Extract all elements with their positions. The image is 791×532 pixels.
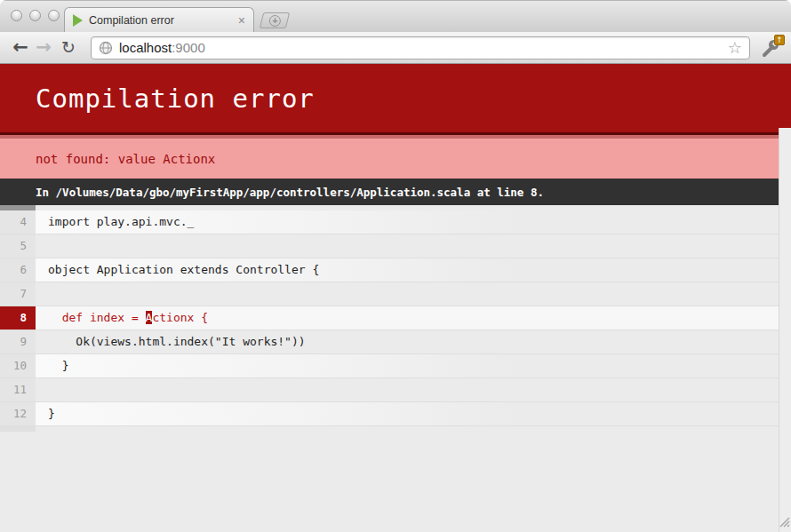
line-number: 8 — [0, 306, 36, 330]
line-number: 10 — [0, 354, 36, 377]
line-number: 9 — [0, 330, 36, 353]
line-code: object Application extends Controller { — [36, 258, 791, 282]
plus-icon: + — [269, 15, 281, 27]
error-message: not found: value Actionx — [0, 152, 215, 166]
code-line-12: 12} — [0, 402, 791, 426]
line-code — [36, 378, 791, 401]
new-tab-button[interactable]: + — [260, 12, 290, 28]
url-port: :9000 — [172, 40, 205, 55]
scrollbar-track[interactable] — [779, 128, 791, 532]
resize-grip-icon[interactable] — [779, 514, 790, 531]
line-code: } — [36, 354, 791, 377]
error-location-bar: In /Volumes/Data/gbo/myFirstApp/app/cont… — [0, 179, 791, 205]
line-number: 11 — [0, 378, 36, 401]
code-listing: 4import play.api.mvc._56object Applicati… — [0, 205, 791, 432]
line-number: 6 — [0, 258, 36, 282]
line-code: Ok(views.html.index("It works!")) — [36, 330, 791, 353]
globe-icon — [99, 41, 113, 55]
play-framework-icon — [73, 14, 83, 27]
close-window-button[interactable] — [11, 10, 22, 21]
tab-close-icon[interactable]: × — [233, 14, 245, 27]
address-bar[interactable]: localhost:9000 ☆ — [91, 36, 750, 60]
tab-title: Compilation error — [89, 14, 233, 27]
line-number: 5 — [0, 234, 36, 258]
error-banner: not found: value Actionx — [0, 135, 791, 179]
line-code: def index = Actionx { — [36, 306, 791, 330]
code-line-5: 5 — [0, 234, 791, 258]
line-number: 4 — [0, 210, 36, 234]
line-code — [36, 282, 791, 306]
error-location: In /Volumes/Data/gbo/myFirstApp/app/cont… — [0, 186, 544, 199]
line-code: import play.api.mvc._ — [36, 210, 791, 234]
error-marker: A — [146, 311, 153, 324]
bookmark-star-icon[interactable]: ☆ — [728, 40, 742, 56]
update-badge: ↑ — [774, 35, 785, 45]
back-button[interactable]: ← — [9, 38, 32, 57]
reload-button[interactable]: ↻ — [57, 38, 80, 57]
tab-strip: Compilation error × + — [0, 0, 791, 32]
line-code — [36, 234, 791, 258]
browser-window: Compilation error × + ← → ↻ localhost:90… — [0, 0, 791, 532]
forward-button[interactable]: → — [32, 38, 55, 57]
code-line-4: 4import play.api.mvc._ — [0, 210, 791, 234]
zoom-window-button[interactable] — [48, 10, 60, 21]
page-title-header: Compilation error — [0, 64, 791, 135]
url-text[interactable]: localhost:9000 — [119, 40, 728, 55]
error-page: Compilation error not found: value Actio… — [0, 64, 791, 532]
minimize-window-button[interactable] — [29, 10, 41, 21]
code-line-9: 9 Ok(views.html.index("It works!")) — [0, 330, 791, 354]
page-title: Compilation error — [0, 83, 315, 114]
line-code: } — [36, 402, 791, 425]
tab-compilation-error[interactable]: Compilation error × — [64, 7, 254, 33]
code-line-10: 10 } — [0, 354, 791, 378]
browser-toolbar: ← → ↻ localhost:9000 ☆ ↑ — [0, 32, 791, 64]
window-controls — [11, 10, 60, 21]
url-host: localhost — [119, 40, 172, 55]
code-rows: 4import play.api.mvc._56object Applicati… — [0, 210, 791, 426]
code-line-11: 11 — [0, 378, 791, 402]
line-number: 7 — [0, 282, 36, 306]
gutter-stub-bottom — [0, 426, 36, 432]
line-number: 12 — [0, 402, 36, 425]
code-line-7: 7 — [0, 282, 791, 306]
code-line-8: 8 def index = Actionx { — [0, 306, 791, 330]
code-line-6: 6object Application extends Controller { — [0, 258, 791, 282]
settings-wrench-button[interactable]: ↑ — [759, 36, 782, 60]
